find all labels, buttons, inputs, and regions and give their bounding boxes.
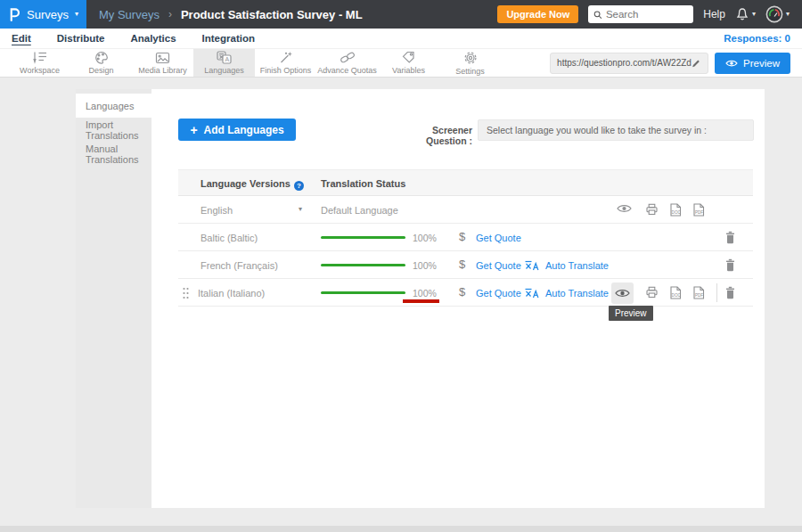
chain-links-icon	[340, 51, 356, 64]
preview-button[interactable]: Preview	[715, 53, 790, 74]
toolbar-item-variables[interactable]: Variables	[378, 49, 439, 77]
divider	[716, 283, 717, 302]
toolbar-item-label: Finish Options	[260, 66, 312, 75]
toolbar-item-workspace[interactable]: Workspace	[9, 49, 70, 77]
brand-menu[interactable]: Surveys ▾	[0, 0, 86, 29]
notifications-button[interactable]: ▾	[735, 7, 756, 22]
table-row-baltic: Baltic (Baltic) 100% $ Get Quote	[178, 224, 753, 251]
toolbar-item-settings[interactable]: Settings	[439, 49, 501, 77]
language-label: Italian (Italiano)	[198, 288, 265, 299]
print-icon[interactable]	[645, 203, 659, 216]
brand-menu-label: Surveys	[27, 8, 69, 21]
languages-table: Language Versions? Translation Status En…	[178, 169, 753, 307]
toolbar-item-label: Advance Quotas	[317, 66, 377, 75]
red-annotation-marker	[403, 299, 439, 303]
toolbar-item-media-library[interactable]: Media Library	[132, 49, 193, 77]
preview-eye-icon[interactable]	[617, 203, 632, 214]
svg-text:PDF: PDF	[695, 293, 703, 298]
table-row-english: English ▾ Default Language DOC PDF	[178, 196, 753, 224]
delete-language-icon[interactable]	[724, 286, 736, 299]
languages-panel: Languages Import Translations Manual Tra…	[76, 89, 765, 508]
export-doc-icon[interactable]: DOC	[669, 286, 682, 299]
breadcrumb: My Surveys › Product Satisfaction Survey…	[99, 8, 363, 21]
magic-wand-icon	[279, 51, 293, 64]
toolbar-item-languages[interactable]: A Languages	[193, 49, 255, 77]
export-pdf-icon[interactable]: PDF	[692, 286, 705, 299]
svg-text:A: A	[225, 56, 230, 62]
survey-url[interactable]: https://questionpro.com/t/AW22Zd1S1	[557, 58, 692, 68]
language-label[interactable]: English	[200, 205, 233, 216]
languages-sidebar: Languages Import Translations Manual Tra…	[76, 89, 151, 508]
print-icon[interactable]	[645, 286, 659, 299]
search-box[interactable]	[588, 5, 693, 23]
default-language-label: Default Language	[321, 205, 398, 216]
dollar-icon: $	[459, 258, 465, 271]
sidebar-item-languages[interactable]: Languages	[76, 94, 151, 118]
toolbar-item-design[interactable]: Design	[70, 49, 132, 77]
edit-pencil-icon[interactable]	[692, 58, 701, 69]
gear-icon	[463, 51, 478, 65]
search-input[interactable]	[606, 9, 688, 20]
get-quote-link[interactable]: Get Quote	[476, 288, 521, 299]
translation-progress-bar	[321, 264, 405, 266]
preview-tooltip: Preview	[609, 306, 653, 321]
export-pdf-icon[interactable]: PDF	[692, 203, 705, 217]
help-question-icon[interactable]: ?	[294, 181, 304, 191]
tag-icon	[402, 51, 415, 64]
export-doc-icon[interactable]: DOC	[669, 203, 682, 217]
translation-percent: 100%	[413, 260, 437, 271]
breadcrumb-my-surveys[interactable]: My Surveys	[99, 8, 160, 21]
responses-count[interactable]: Responses: 0	[724, 33, 790, 44]
breadcrumb-separator: ›	[168, 8, 172, 20]
get-quote-link[interactable]: Get Quote	[476, 233, 521, 243]
svg-text:DOC: DOC	[672, 210, 682, 215]
toolbar-item-label: Workspace	[20, 66, 60, 75]
tab-edit[interactable]: Edit	[12, 33, 31, 44]
language-label: Baltic (Baltic)	[200, 233, 258, 243]
survey-url-box[interactable]: https://questionpro.com/t/AW22Zd1S1	[550, 53, 708, 74]
toolbar-item-label: Languages	[204, 66, 244, 75]
chevron-down-icon: ▾	[752, 11, 756, 18]
translation-percent: 100%	[413, 233, 437, 243]
language-dropdown-caret-icon[interactable]: ▾	[299, 205, 302, 213]
get-quote-link[interactable]: Get Quote	[476, 260, 521, 271]
account-menu[interactable]: ▾	[765, 5, 790, 23]
chevron-down-icon: ▾	[75, 11, 78, 18]
questionpro-logo-icon	[8, 6, 20, 22]
tab-analytics[interactable]: Analytics	[130, 33, 176, 44]
language-label: French (Français)	[200, 260, 278, 271]
header-translation-status: Translation Status	[321, 178, 405, 189]
plus-icon: +	[190, 123, 197, 137]
translation-progress-bar	[321, 236, 405, 239]
media-library-icon	[155, 52, 170, 64]
preview-button-label: Preview	[743, 58, 780, 69]
survey-nav: Edit Distribute Analytics Integration Re…	[0, 29, 802, 48]
toolbar-item-finish-options[interactable]: Finish Options	[255, 49, 316, 77]
add-languages-button[interactable]: + Add Languages	[178, 119, 296, 141]
auto-translate-icon[interactable]	[524, 259, 540, 275]
screener-question-select[interactable]: Select language you would like to take t…	[478, 119, 754, 141]
avatar-gauge-icon	[765, 5, 783, 23]
design-palette-icon	[94, 51, 109, 64]
help-link[interactable]: Help	[703, 8, 725, 20]
preview-eye-button[interactable]	[611, 282, 634, 304]
sidebar-item-manual-translations[interactable]: Manual Translations	[76, 142, 151, 166]
screener-question-label: Screener Question :	[392, 125, 472, 146]
toolbar-item-advance-quotas[interactable]: Advance Quotas	[316, 49, 378, 77]
delete-language-icon[interactable]	[724, 231, 736, 244]
table-header: Language Versions? Translation Status	[178, 169, 753, 196]
topbar: Surveys ▾ My Surveys › Product Satisfact…	[0, 0, 802, 29]
auto-translate-link[interactable]: Auto Translate	[545, 288, 609, 299]
tab-integration[interactable]: Integration	[202, 33, 255, 44]
upgrade-now-button[interactable]: Upgrade Now	[497, 5, 578, 23]
translation-percent: 100%	[413, 288, 437, 299]
auto-translate-icon[interactable]	[524, 287, 540, 303]
page-title: Product Satisfaction Survey - ML	[181, 8, 363, 21]
delete-language-icon[interactable]	[724, 258, 736, 272]
auto-translate-link[interactable]: Auto Translate	[545, 260, 609, 271]
drag-handle-icon[interactable]	[182, 287, 190, 303]
sidebar-item-import-translations[interactable]: Import Translations	[76, 118, 151, 142]
tab-distribute[interactable]: Distribute	[57, 33, 105, 44]
header-language-versions: Language Versions?	[200, 178, 304, 191]
toolbar-item-label: Media Library	[138, 66, 187, 75]
